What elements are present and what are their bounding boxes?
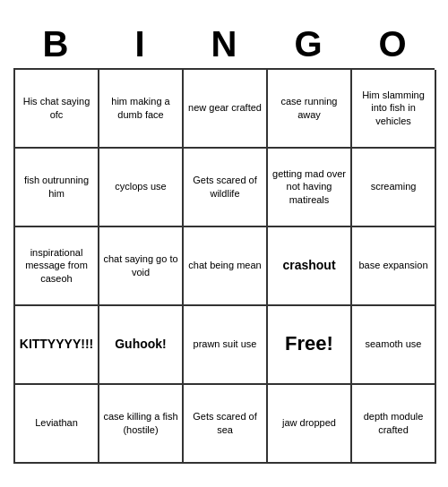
bingo-cell-20[interactable]: Leviathan	[15, 385, 99, 464]
bingo-cell-21[interactable]: case killing a fish (hostile)	[99, 385, 184, 464]
bingo-letter-n: N	[185, 24, 263, 64]
bingo-letter-g: G	[269, 24, 348, 64]
bingo-cell-0[interactable]: His chat saying ofc	[15, 70, 99, 149]
bingo-grid: His chat saying ofchim making a dumb fac…	[13, 68, 435, 464]
bingo-cell-16[interactable]: Guhook!	[99, 306, 184, 385]
bingo-cell-2[interactable]: new gear crafted	[184, 70, 268, 149]
bingo-cell-5[interactable]: fish outrunning him	[15, 149, 99, 227]
bingo-cell-1[interactable]: him making a dumb face	[99, 70, 184, 149]
bingo-cell-14[interactable]: base expansion	[352, 227, 436, 306]
bingo-cell-11[interactable]: chat saying go to void	[99, 227, 184, 306]
bingo-cell-7[interactable]: Gets scared of wildlife	[184, 149, 268, 227]
bingo-cell-8[interactable]: getting mad over not having matireals	[268, 149, 352, 227]
bingo-cell-15[interactable]: KITTYYYY!!!	[15, 306, 99, 385]
bingo-card: BINGO His chat saying ofchim making a du…	[4, 15, 444, 473]
bingo-cell-23[interactable]: jaw dropped	[268, 385, 352, 464]
bingo-cell-3[interactable]: case running away	[268, 70, 352, 149]
bingo-letter-i: I	[100, 24, 179, 64]
bingo-cell-17[interactable]: prawn suit use	[184, 306, 268, 385]
bingo-letter-o: O	[353, 24, 432, 64]
bingo-cell-18[interactable]: Free!	[268, 306, 352, 385]
bingo-cell-22[interactable]: Gets scared of sea	[184, 385, 268, 464]
bingo-cell-19[interactable]: seamoth use	[352, 306, 436, 385]
bingo-cell-13[interactable]: crashout	[268, 227, 352, 306]
bingo-title: BINGO	[13, 24, 435, 64]
bingo-cell-10[interactable]: inspirational message from caseoh	[15, 227, 99, 306]
bingo-letter-b: B	[16, 24, 95, 64]
bingo-cell-12[interactable]: chat being mean	[184, 227, 268, 306]
bingo-cell-4[interactable]: Him slamming into fish in vehicles	[352, 70, 436, 149]
bingo-cell-9[interactable]: screaming	[352, 149, 436, 227]
bingo-cell-24[interactable]: depth module crafted	[352, 385, 436, 464]
bingo-cell-6[interactable]: cyclops use	[99, 149, 184, 227]
